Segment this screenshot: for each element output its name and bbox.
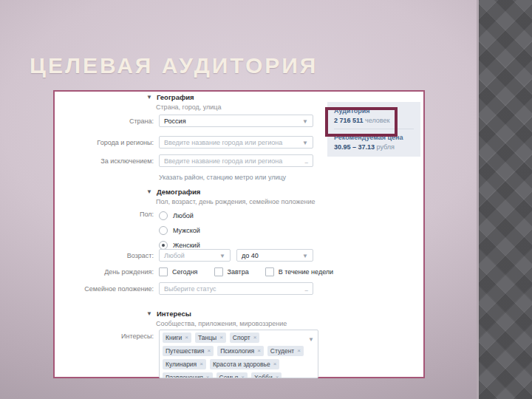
country-label: Страна: [55,117,159,125]
remove-tag-icon[interactable]: × [276,374,279,378]
birthday-option-label: Сегодня [172,268,198,276]
diamond-pattern-strip [477,0,532,399]
age-to-select[interactable]: до 40 ▼ [236,249,313,262]
interest-tag[interactable]: Развлечения× [163,372,213,378]
birthday-label: День рождения: [55,268,159,276]
interest-tag[interactable]: Путешествия× [163,346,214,356]
checkbox-icon[interactable] [214,267,223,276]
except-input[interactable]: Введите название города или региона – [159,154,313,167]
remove-tag-icon[interactable]: × [219,334,223,341]
gender-option-label: Женский [173,242,200,249]
marital-label: Семейное положение: [55,285,159,293]
remove-tag-icon[interactable]: × [185,334,188,341]
gender-option-male[interactable]: Мужской [159,223,200,238]
checkbox-icon[interactable] [159,267,168,276]
interest-tag-label: Путешествия [166,347,204,355]
interest-tag[interactable]: Хобби× [251,372,282,378]
audience-title: Аудитория [334,107,414,115]
collapse-triangle-icon[interactable]: ▼ [146,94,152,100]
minus-icon[interactable]: – [305,159,308,166]
remove-tag-icon[interactable]: × [253,334,257,341]
audience-value: 2 716 511 [334,117,364,124]
chevron-down-icon[interactable]: ▼ [302,140,308,146]
gender-option-any[interactable]: Любой [159,208,200,223]
country-select[interactable]: Россия ▼ [159,115,313,127]
remove-tag-icon[interactable]: × [297,347,301,355]
audience-summary-panel: Аудитория 2 716 511 человек Рекомендуема… [327,102,420,157]
interest-tag[interactable]: Студент× [267,346,304,356]
interest-tag[interactable]: Кулинария× [163,359,206,369]
section-header-geography[interactable]: ▼ География [146,93,194,101]
price-title: Рекомендуемая цена [334,134,414,141]
chevron-down-icon[interactable]: ▼ [302,118,308,125]
cities-placeholder: Введите название города или региона [164,139,282,146]
birthday-today-checkbox[interactable]: Сегодня [159,267,198,276]
interest-tag-label: Кулинария [166,361,197,368]
remove-tag-icon[interactable]: × [207,347,211,355]
remove-tag-icon[interactable]: × [241,374,245,378]
age-label: Возраст: [55,252,159,259]
chevron-down-icon[interactable]: ▼ [219,253,225,259]
section-header-interests[interactable]: ▼ Интересы [146,310,191,318]
except-placeholder: Введите название города или региона [164,157,282,165]
gender-label: Пол: [55,208,159,218]
audience-unit: человек [365,117,389,124]
interest-tag[interactable]: Спорт× [230,332,260,343]
section-title-demography: Демография [157,188,201,196]
minus-icon[interactable]: – [305,287,308,293]
cities-label: Города и регионы: [55,139,159,146]
birthday-week-checkbox[interactable]: В течение недели [265,267,333,276]
section-header-demography[interactable]: ▼ Демография [146,188,200,196]
section-subtitle-interests: Сообщества, приложения, мировоззрение [156,320,287,327]
interest-tag-label: Спорт [233,334,250,341]
except-label: За исключением: [55,157,159,165]
interest-tag-label: Книги [166,334,182,341]
country-value: Россия [164,117,186,125]
interest-tag-label: Танцы [198,334,216,341]
marital-placeholder: Выберите статус [164,285,216,293]
collapse-triangle-icon[interactable]: ▼ [146,310,152,317]
remove-tag-icon[interactable]: × [200,361,203,368]
collapse-triangle-icon[interactable]: ▼ [146,188,152,195]
interest-tag[interactable]: Семья× [216,372,248,378]
age-from-value: Любой [164,252,185,259]
interest-tag[interactable]: Танцы× [195,332,226,343]
interests-label: Интересы: [55,332,159,340]
checkbox-icon[interactable] [265,267,274,276]
interest-tag-label: Развлечения [166,374,203,378]
radio-icon[interactable] [159,226,168,235]
gender-option-label: Любой [173,212,194,219]
birthday-option-label: Завтра [228,268,249,276]
gender-option-label: Мужской [173,227,200,234]
interest-tag-label: Психология [220,347,254,355]
interest-tag[interactable]: Книги× [163,332,191,343]
chevron-down-icon[interactable]: ▼ [308,336,314,343]
section-subtitle-demography: Пол, возраст, день рождения, семейное по… [156,198,316,205]
interest-tag-label: Хобби [254,374,273,378]
section-title-geography: География [157,93,194,101]
interest-tag-label: Семья [219,374,239,378]
marital-select[interactable]: Выберите статус – [159,282,313,295]
interest-tag-label: Красота и здоровье [213,361,270,368]
district-link[interactable]: Указать район, станцию метро или улицу [159,174,286,181]
section-title-interests: Интересы [157,310,191,318]
interest-tag[interactable]: Красота и здоровье× [210,359,279,369]
birthday-tomorrow-checkbox[interactable]: Завтра [214,267,249,276]
vk-targeting-screenshot: ▼ География Страна, город, улица Страна:… [53,90,425,378]
remove-tag-icon[interactable]: × [273,361,277,368]
remove-tag-icon[interactable]: × [206,374,210,378]
price-value: 30.95 – 37.13 [334,143,375,151]
interest-tag[interactable]: Психология× [217,346,264,356]
birthday-option-label: В течение недели [279,268,333,276]
cities-input[interactable]: Введите название города или региона ▼ [159,136,313,149]
age-to-value: до 40 [242,252,259,259]
page-title: ЦЕЛЕВАЯ АУДИТОРИЯ [30,53,318,78]
section-subtitle-geography: Страна, город, улица [156,103,222,111]
radio-icon[interactable] [159,211,168,220]
age-from-select[interactable]: Любой ▼ [159,249,231,262]
interest-tag-label: Студент [270,347,294,355]
chevron-down-icon[interactable]: ▼ [302,253,308,259]
remove-tag-icon[interactable]: × [257,347,261,355]
gender-radio-group: Любой Мужской Женский [159,208,200,253]
interests-tags-field[interactable]: Книги× Танцы× Спорт× Путешествия× Психол… [159,330,318,378]
